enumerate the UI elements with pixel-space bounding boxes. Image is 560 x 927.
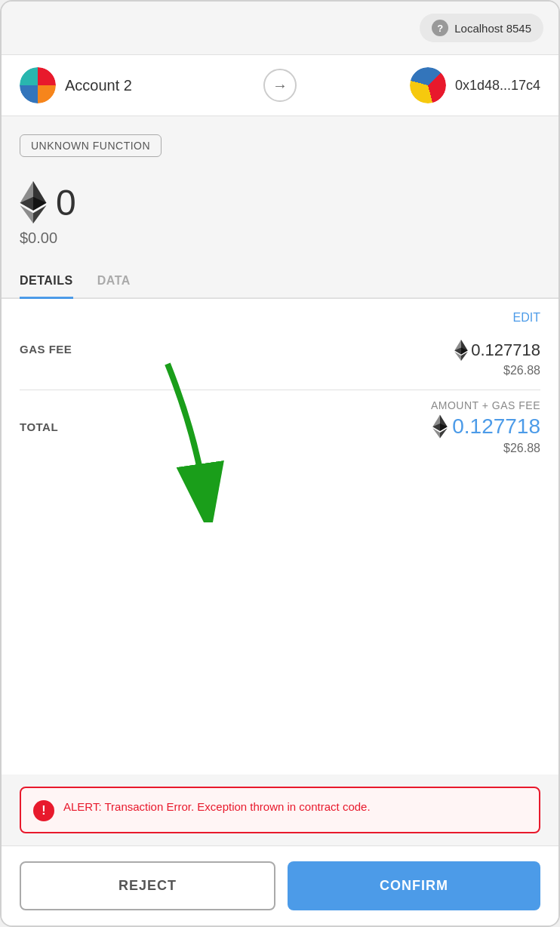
account-left: Account 2: [20, 67, 251, 103]
gas-fee-row: GAS FEE 0.127718 $: [20, 331, 540, 390]
account-row: Account 2 → 0x1d48...17c4: [2, 54, 558, 116]
gas-fee-eth-amount: 0.127718: [471, 340, 540, 360]
confirm-button[interactable]: CONFIRM: [288, 861, 540, 910]
main-content: UNKNOWN FUNCTION 0 $0.00 DETAILS DA: [2, 116, 558, 845]
network-name: Localhost 8545: [454, 22, 531, 35]
function-badge: UNKNOWN FUNCTION: [20, 134, 162, 157]
edit-link[interactable]: EDIT: [513, 311, 540, 325]
to-avatar: [410, 67, 446, 103]
from-account-name: Account 2: [65, 77, 132, 94]
amount-gas-label: AMOUNT + GAS FEE: [431, 399, 540, 411]
top-bar: ? Localhost 8545: [2, 2, 558, 54]
alert-icon: !: [33, 800, 54, 821]
transfer-arrow: →: [263, 69, 297, 102]
reject-button[interactable]: REJECT: [20, 861, 275, 910]
eth-diamond-total: [432, 414, 448, 439]
eth-logo-large: [20, 181, 47, 223]
alert-text: ALERT: Transaction Error. Exception thro…: [63, 799, 371, 816]
total-values: AMOUNT + GAS FEE 0.127718 $: [431, 399, 540, 455]
edit-row: EDIT: [20, 299, 540, 331]
total-row: TOTAL AMOUNT + GAS FEE 0.1277: [20, 390, 540, 467]
details-section: EDIT GAS FEE: [2, 299, 558, 775]
network-badge[interactable]: ? Localhost 8545: [420, 14, 543, 42]
function-section: UNKNOWN FUNCTION: [2, 116, 558, 169]
account-right: 0x1d48...17c4: [309, 67, 540, 103]
amount-row: 0: [20, 181, 540, 223]
total-usd: $26.88: [431, 442, 540, 455]
gas-fee-values: 0.127718 $26.88: [454, 340, 540, 377]
bottom-buttons: REJECT CONFIRM: [2, 845, 558, 925]
gas-fee-usd: $26.88: [454, 364, 540, 377]
from-avatar: [20, 67, 56, 103]
eth-diamond-small: [454, 340, 468, 361]
help-icon[interactable]: ?: [432, 20, 448, 36]
tab-details[interactable]: DETAILS: [20, 265, 73, 299]
alert-section: ! ALERT: Transaction Error. Exception th…: [20, 787, 540, 833]
total-eth: 0.127718: [431, 414, 540, 439]
amount-value: 0: [56, 182, 76, 223]
tab-data[interactable]: DATA: [97, 265, 131, 299]
total-label: TOTAL: [20, 399, 58, 433]
gas-fee-eth: 0.127718: [454, 340, 540, 361]
amount-section: 0 $0.00: [2, 169, 558, 253]
gas-fee-label: GAS FEE: [20, 340, 72, 356]
total-eth-amount: 0.127718: [452, 414, 540, 439]
tabs: DETAILS DATA: [2, 265, 558, 299]
to-address: 0x1d48...17c4: [455, 78, 540, 94]
amount-usd: $0.00: [20, 229, 540, 247]
